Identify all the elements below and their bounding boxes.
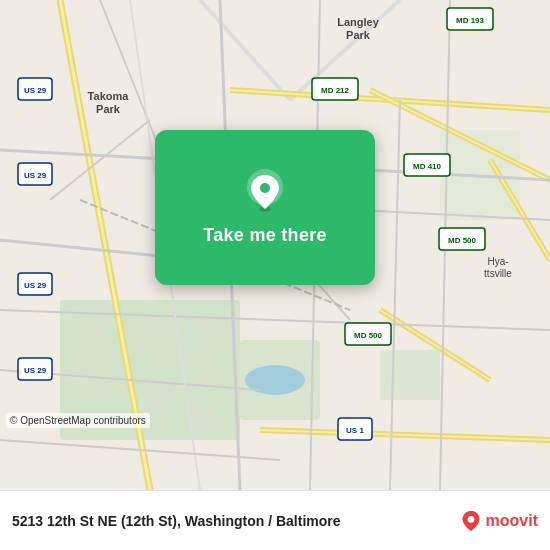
moovit-text: moovit [486, 512, 538, 530]
svg-text:Park: Park [96, 103, 121, 115]
take-me-there-button[interactable]: Take me there [155, 130, 375, 285]
svg-text:US 1: US 1 [346, 426, 364, 435]
svg-text:Langley: Langley [337, 16, 379, 28]
svg-line-18 [260, 430, 550, 440]
osm-attribution: © OpenStreetMap contributors [6, 413, 150, 428]
bottom-bar: 5213 12th St NE (12th St), Washington / … [0, 490, 550, 550]
svg-text:ttsville: ttsville [484, 268, 512, 279]
svg-text:MD 193: MD 193 [456, 16, 485, 25]
location-pin-icon [243, 169, 287, 213]
svg-line-28 [390, 100, 400, 490]
moovit-logo: moovit [460, 510, 538, 532]
svg-text:US 29: US 29 [24, 281, 47, 290]
svg-rect-2 [380, 350, 440, 400]
svg-text:US 29: US 29 [24, 366, 47, 375]
svg-text:Takoma: Takoma [88, 90, 130, 102]
map-container: US 29 US 29 US 29 US 29 MD 193 MD 212 MD… [0, 0, 550, 490]
svg-text:US 29: US 29 [24, 171, 47, 180]
svg-text:MD 500: MD 500 [354, 331, 383, 340]
svg-point-62 [260, 183, 270, 193]
svg-line-7 [200, 0, 290, 100]
svg-line-32 [50, 120, 150, 200]
address-text: 5213 12th St NE (12th St), Washington / … [12, 513, 450, 529]
svg-text:MD 410: MD 410 [413, 162, 442, 171]
svg-text:MD 500: MD 500 [448, 236, 477, 245]
svg-text:MD 212: MD 212 [321, 86, 350, 95]
svg-text:Park: Park [346, 29, 371, 41]
svg-text:US 29: US 29 [24, 86, 47, 95]
svg-text:Hya-: Hya- [487, 256, 508, 267]
svg-point-63 [467, 515, 474, 522]
moovit-pin-icon [460, 510, 482, 532]
button-label: Take me there [203, 225, 327, 246]
